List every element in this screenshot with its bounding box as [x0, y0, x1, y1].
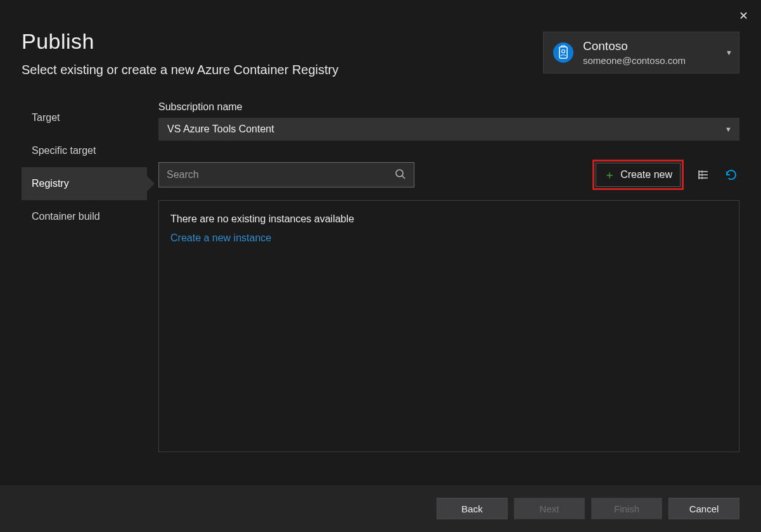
svg-point-7 [701, 177, 703, 179]
chevron-down-icon: ▼ [725, 125, 732, 133]
empty-message: There are no existing instances availabl… [170, 213, 727, 225]
sidebar-step-container-build[interactable]: Container build [22, 200, 147, 233]
svg-line-4 [402, 176, 405, 179]
account-name: Contoso [583, 39, 686, 54]
page-title: Publish [22, 29, 338, 54]
plus-icon: ＋ [604, 167, 615, 182]
dialog-footer: Back Next Finish Cancel [0, 485, 761, 532]
account-selector[interactable]: Contoso someone@contoso.com ▼ [543, 32, 739, 73]
svg-point-6 [701, 174, 703, 175]
create-new-label: Create new [620, 169, 672, 180]
sidebar-step-registry[interactable]: Registry [22, 167, 147, 200]
sidebar-step-target[interactable]: Target [22, 101, 147, 134]
subscription-value: VS Azure Tools Content [167, 124, 274, 135]
next-button: Next [514, 498, 585, 519]
account-avatar-icon [553, 42, 574, 63]
back-button[interactable]: Back [437, 498, 508, 519]
finish-button: Finish [591, 498, 662, 519]
sidebar-step-specific-target[interactable]: Specific target [22, 134, 147, 167]
subscription-select[interactable]: VS Azure Tools Content ▼ [158, 118, 739, 141]
account-email: someone@contoso.com [583, 54, 686, 67]
page-subtitle: Select existing or create a new Azure Co… [22, 63, 338, 77]
create-instance-link[interactable]: Create a new instance [170, 232, 727, 244]
cancel-button[interactable]: Cancel [668, 498, 739, 519]
search-icon [395, 168, 406, 182]
wizard-sidebar: Target Specific target Registry Containe… [22, 101, 147, 452]
svg-point-3 [396, 170, 403, 177]
create-new-button[interactable]: ＋ Create new [596, 163, 681, 187]
svg-point-5 [701, 171, 703, 172]
search-input[interactable] [167, 169, 388, 180]
instances-list: There are no existing instances availabl… [158, 200, 739, 452]
tree-view-icon[interactable] [695, 167, 712, 183]
refresh-icon[interactable] [723, 167, 739, 183]
close-icon[interactable]: ✕ [739, 9, 748, 23]
create-new-highlight: ＋ Create new [592, 160, 684, 190]
subscription-label: Subscription name [158, 101, 739, 113]
search-input-wrapper[interactable] [158, 162, 414, 187]
chevron-down-icon: ▼ [726, 49, 732, 56]
